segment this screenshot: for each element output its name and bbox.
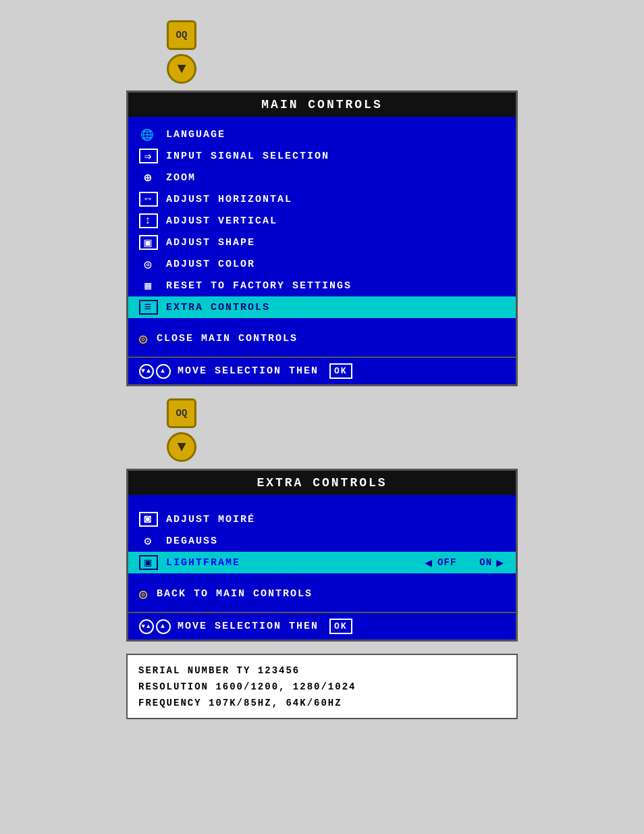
- moire-label: ADJUST MOIRÉ: [166, 514, 505, 525]
- extra-controls-footer: ▼▲ ▲ MOVE SELECTION THEN OK: [128, 612, 516, 640]
- close-label: CLOSE MAIN CONTROLS: [157, 333, 298, 344]
- ok2-icon: OK: [329, 619, 352, 634]
- menu-item-vert[interactable]: ↕ ADJUST VERTICAL: [128, 210, 516, 232]
- menu-item-language[interactable]: 🌐 LANGUAGE: [128, 124, 516, 145]
- back-label: BACK TO MAIN CONTROLS: [157, 588, 313, 600]
- shape-label: ADJUST SHAPE: [166, 237, 505, 249]
- zoom-icon: ⊕: [139, 170, 158, 185]
- close-icon: ◎: [139, 330, 149, 347]
- info-section: SERIAL NUMBER TY 123456 RESOLUTION 1600/…: [126, 654, 518, 719]
- menu-item-color[interactable]: ◎ ADJUST COLOR: [128, 253, 516, 275]
- lf-off-label: OFF: [437, 557, 456, 568]
- osd-button-1[interactable]: OQ: [167, 20, 196, 50]
- osd-button-2[interactable]: OQ: [167, 398, 196, 428]
- language-icon: 🌐: [139, 127, 158, 142]
- down-arrow-1[interactable]: ▼: [167, 54, 196, 84]
- menu-item-degauss[interactable]: ⚙ DEGAUSS: [128, 530, 516, 552]
- language-label: LANGUAGE: [166, 129, 505, 140]
- degauss-label: DEGAUSS: [166, 536, 505, 547]
- back-section[interactable]: ◎ BACK TO MAIN CONTROLS: [128, 580, 516, 608]
- zoom-label: ZOOM: [166, 172, 505, 184]
- menu-item-shape[interactable]: ▣ ADJUST SHAPE: [128, 232, 516, 253]
- main-controls-panel: MAIN CONTROLS 🌐 LANGUAGE ⇒ INPUT SIGNAL …: [126, 90, 518, 386]
- menu-item-input[interactable]: ⇒ INPUT SIGNAL SELECTION: [128, 145, 516, 167]
- menu-item-horiz[interactable]: ↔ ADJUST HORIZONTAL: [128, 188, 516, 210]
- footer2-move-icon: ▼▲ ▲: [139, 619, 171, 634]
- menu-item-extra[interactable]: ≡ EXTRA CONTROLS: [128, 296, 516, 318]
- lf-left-arrow-icon[interactable]: ◀: [425, 555, 433, 570]
- input-icon: ⇒: [139, 149, 158, 163]
- frequency: FREQUENCY 107K/85HZ, 64K/60HZ: [138, 696, 506, 712]
- extra-icon: ≡: [139, 300, 158, 315]
- svg-text:🌐: 🌐: [140, 128, 155, 141]
- lightframe-control[interactable]: ◀ OFF ON ▶: [425, 555, 505, 570]
- vert-label: ADJUST VERTICAL: [166, 215, 505, 227]
- menu-item-reset[interactable]: ▦ RESET TO FACTORY SETTINGS: [128, 275, 516, 296]
- color-label: ADJUST COLOR: [166, 259, 505, 270]
- down-arrow-2[interactable]: ▼: [167, 432, 196, 462]
- menu-item-moire[interactable]: ◙ ADJUST MOIRÉ: [128, 509, 516, 530]
- serial-number: SERIAL NUMBER TY 123456: [138, 663, 506, 679]
- lightframe-label: LIGHTFRAME: [166, 557, 417, 569]
- footer-label: MOVE SELECTION THEN: [178, 365, 319, 377]
- menu-item-zoom[interactable]: ⊕ ZOOM: [128, 167, 516, 188]
- extra-controls-title: EXTRA CONTROLS: [128, 471, 516, 495]
- lf-right-arrow-icon[interactable]: ▶: [496, 555, 505, 570]
- reset-icon: ▦: [139, 278, 158, 293]
- moire-icon: ◙: [139, 512, 158, 527]
- horiz-label: ADJUST HORIZONTAL: [166, 194, 505, 205]
- extra-label: EXTRA CONTROLS: [166, 302, 505, 313]
- main-controls-footer: ▼▲ ▲ MOVE SELECTION THEN OK: [128, 357, 516, 384]
- ok-icon: OK: [329, 363, 352, 379]
- lf-spacer: [460, 557, 475, 569]
- close-section[interactable]: ◎ CLOSE MAIN CONTROLS: [128, 325, 516, 353]
- horiz-icon: ↔: [139, 192, 158, 207]
- extra-controls-panel: EXTRA CONTROLS ◙ ADJUST MOIRÉ ⚙ DEGAUSS …: [126, 469, 518, 642]
- reset-label: RESET TO FACTORY SETTINGS: [166, 280, 505, 292]
- resolution: RESOLUTION 1600/1200, 1280/1024: [138, 679, 506, 696]
- main-controls-title: MAIN CONTROLS: [128, 93, 516, 117]
- extra-controls-body: ◙ ADJUST MOIRÉ ⚙ DEGAUSS ▣ LIGHTFRAME ◀ …: [128, 495, 516, 640]
- color-icon: ◎: [139, 257, 158, 271]
- lf-on-label: ON: [479, 557, 492, 568]
- back-icon: ◎: [139, 585, 149, 602]
- footer-move-icon: ▼▲ ▲: [139, 364, 171, 379]
- main-controls-body: 🌐 LANGUAGE ⇒ INPUT SIGNAL SELECTION ⊕ ZO…: [128, 117, 516, 384]
- vert-icon: ↕: [139, 213, 158, 228]
- shape-icon: ▣: [139, 235, 158, 250]
- input-label: INPUT SIGNAL SELECTION: [166, 151, 505, 162]
- degauss-icon: ⚙: [139, 533, 158, 548]
- footer2-label: MOVE SELECTION THEN: [178, 621, 319, 632]
- menu-item-lightframe[interactable]: ▣ LIGHTFRAME ◀ OFF ON ▶: [128, 552, 516, 573]
- lightframe-icon: ▣: [139, 555, 158, 570]
